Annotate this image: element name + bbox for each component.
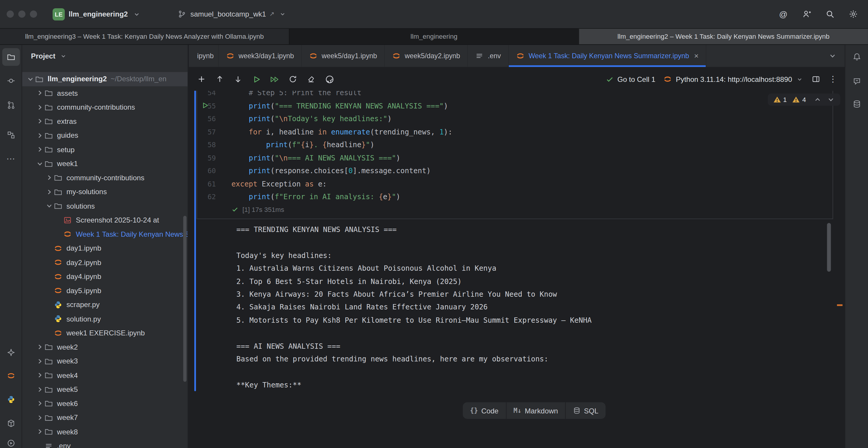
- tree-item[interactable]: my-solutions: [22, 185, 188, 199]
- editor-tab[interactable]: week5/day2.ipynb: [385, 45, 468, 67]
- close-tab-icon[interactable]: ×: [694, 52, 699, 60]
- next-problem-icon[interactable]: [826, 95, 835, 104]
- code-line[interactable]: 58 print(f"{i}. {headline}"): [197, 138, 833, 151]
- more-icon[interactable]: ⋯: [2, 150, 20, 167]
- tree-item[interactable]: extras: [22, 115, 188, 129]
- error-stripe-mark[interactable]: [837, 305, 843, 306]
- tree-item[interactable]: guides: [22, 128, 188, 142]
- tree-item[interactable]: week4: [22, 368, 188, 382]
- chevron-right-icon[interactable]: [35, 357, 44, 365]
- tree-item[interactable]: setup: [22, 142, 188, 157]
- github-icon[interactable]: [324, 74, 334, 84]
- tree-item[interactable]: community-contributions: [22, 171, 188, 185]
- tree-item[interactable]: .env: [22, 439, 188, 448]
- run-all-cells-icon[interactable]: [270, 74, 280, 84]
- add-sql-cell-button[interactable]: SQL: [565, 402, 606, 419]
- jupyter-icon[interactable]: [2, 367, 20, 384]
- python-console-icon[interactable]: [2, 391, 20, 408]
- tree-item[interactable]: solutions: [22, 199, 188, 213]
- output-scrollbar[interactable]: [827, 223, 831, 272]
- more-options-icon[interactable]: ⋮: [829, 74, 837, 84]
- add-cell-icon[interactable]: [196, 74, 207, 84]
- tree-item[interactable]: llm_engineering2~/Desktop/llm_en: [22, 72, 188, 86]
- inspections-widget[interactable]: 14: [768, 93, 840, 105]
- chevron-right-icon[interactable]: [35, 117, 44, 126]
- code-line[interactable]: 61except Exception as e:: [197, 177, 833, 190]
- tree-item[interactable]: Week 1 Task: Daily Kenyan News Summarize…: [22, 227, 188, 242]
- chevron-right-icon[interactable]: [35, 371, 44, 380]
- tree-item[interactable]: Screenshot 2025-10-24 at: [22, 213, 188, 227]
- close-window-button[interactable]: [6, 11, 13, 18]
- kernel-selector[interactable]: Python 3.11.14: http://localhost:8890: [663, 75, 803, 84]
- restart-kernel-icon[interactable]: [288, 74, 298, 84]
- tree-item[interactable]: week1 EXERCISE.ipynb: [22, 326, 188, 340]
- tree-item[interactable]: week6: [22, 396, 188, 411]
- chevron-right-icon[interactable]: [35, 131, 44, 140]
- editor-tab[interactable]: week5/day1.ipynb: [302, 45, 385, 67]
- run-cell-icon[interactable]: [251, 74, 261, 84]
- code-line[interactable]: 62 print(f"Error in AI analysis: {e}"): [197, 190, 833, 203]
- run-line-icon[interactable]: [201, 101, 210, 110]
- tree-item[interactable]: week1: [22, 157, 188, 171]
- go-to-cell-button[interactable]: Go to Cell 1: [606, 75, 655, 83]
- chevron-down-icon[interactable]: [25, 74, 35, 83]
- ai-assistant-icon[interactable]: [2, 344, 20, 361]
- chevron-right-icon[interactable]: [44, 187, 54, 196]
- chevron-right-icon[interactable]: [35, 399, 44, 408]
- tree-item[interactable]: week7: [22, 411, 188, 425]
- chevron-down-icon[interactable]: [35, 159, 44, 168]
- add-markdown-cell-button[interactable]: M↓Markdown: [505, 402, 565, 419]
- project-tree-scrollbar[interactable]: [183, 216, 187, 382]
- chevron-right-icon[interactable]: [35, 413, 44, 422]
- open-in-editor-icon[interactable]: [811, 74, 821, 84]
- tree-item[interactable]: day1.ipynb: [22, 241, 188, 255]
- move-cell-down-icon[interactable]: [233, 74, 243, 84]
- chevron-right-icon[interactable]: [35, 385, 44, 394]
- structure-icon[interactable]: [2, 126, 20, 144]
- code-cell[interactable]: 54 # Step 5: Print the result55 print("=…: [196, 86, 833, 219]
- editor-tab[interactable]: .env: [468, 45, 509, 67]
- editor-tab[interactable]: week3/day1.ipynb: [219, 45, 302, 67]
- branch-widget[interactable]: samuel_bootcamp_wk1 ↗: [177, 9, 288, 19]
- weak-warning-badge[interactable]: 4: [792, 95, 806, 104]
- project-icon[interactable]: [2, 48, 20, 66]
- minimize-window-button[interactable]: [18, 11, 25, 18]
- add-code-cell-button[interactable]: {}Code: [463, 402, 505, 419]
- project-panel-header[interactable]: Project: [22, 45, 188, 68]
- tree-item[interactable]: solution.py: [22, 312, 188, 326]
- settings-gear-icon[interactable]: [848, 9, 858, 19]
- previous-problem-icon[interactable]: [813, 95, 822, 104]
- chevron-right-icon[interactable]: [35, 89, 44, 98]
- tree-item[interactable]: scraper.py: [22, 297, 188, 312]
- chevron-right-icon[interactable]: [35, 343, 44, 351]
- notifications-icon[interactable]: [848, 48, 866, 66]
- move-cell-up-icon[interactable]: [215, 74, 225, 84]
- chevron-down-icon[interactable]: [44, 201, 54, 211]
- tree-item[interactable]: week3: [22, 354, 188, 368]
- code-line[interactable]: 57 for i, headline in enumerate(trending…: [197, 125, 833, 138]
- ai-chat-icon[interactable]: [848, 72, 866, 90]
- zoom-window-button[interactable]: [30, 11, 37, 18]
- window-tab[interactable]: llm_engineering2 – Week 1 Task: Daily Ke…: [579, 29, 868, 44]
- tree-item[interactable]: week2: [22, 340, 188, 354]
- database-icon[interactable]: [848, 95, 866, 113]
- python-packages-icon[interactable]: [2, 414, 20, 432]
- tree-item[interactable]: assets: [22, 86, 188, 100]
- services-icon[interactable]: [2, 435, 20, 448]
- window-tab[interactable]: llm_engineering: [289, 29, 578, 44]
- chevron-right-icon[interactable]: [35, 145, 44, 154]
- tree-item[interactable]: day4.ipynb: [22, 269, 188, 284]
- editor-tab[interactable]: Week 1 Task: Daily Kenyan News Summarize…: [509, 45, 707, 67]
- code-line[interactable]: 60 print(response.choices[0].message.con…: [197, 164, 833, 177]
- project-switcher[interactable]: LE llm_engineering2: [53, 8, 142, 20]
- window-tab[interactable]: llm_engineering3 – Week 1 Task: Kenyan D…: [0, 29, 289, 44]
- clear-outputs-icon[interactable]: [306, 74, 316, 84]
- code-line[interactable]: 56 print("\nToday's key headlines:"): [197, 112, 833, 125]
- code-with-me-icon[interactable]: [802, 9, 811, 19]
- code-line[interactable]: 55 print("=== TRENDING KENYAN NEWS ANALY…: [197, 99, 833, 112]
- tree-item[interactable]: community-contributions: [22, 100, 188, 115]
- warning-badge[interactable]: 1: [773, 95, 787, 104]
- tree-item[interactable]: day2.ipynb: [22, 255, 188, 269]
- tree-item[interactable]: week8: [22, 425, 188, 439]
- chevron-right-icon[interactable]: [44, 173, 54, 182]
